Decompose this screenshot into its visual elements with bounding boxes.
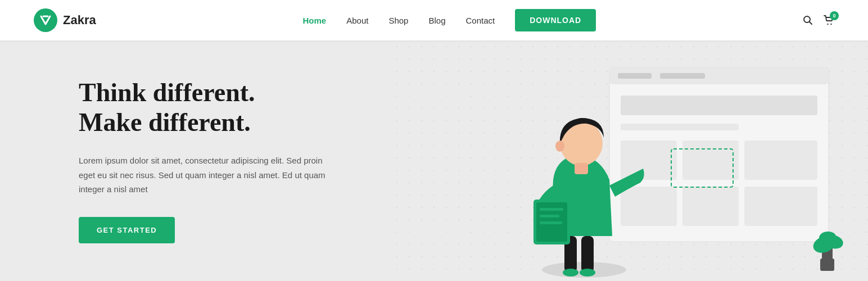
header-icons: 0 [803,15,834,26]
nav-contact[interactable]: Contact [465,16,495,25]
svg-rect-15 [744,187,817,226]
svg-rect-14 [682,187,739,226]
hero-description: Lorem ipsum dolor sit amet, consectetur … [79,153,326,197]
cart-badge: 0 [830,11,839,20]
search-icon [803,15,813,25]
svg-rect-29 [540,221,562,224]
svg-point-21 [580,269,595,277]
svg-point-23 [555,140,564,152]
search-button[interactable] [803,15,813,25]
svg-rect-13 [621,187,677,226]
logo-text: Zakra [63,13,96,28]
nav-shop[interactable]: Shop [388,16,408,25]
svg-point-2 [827,24,828,25]
svg-rect-8 [621,96,817,115]
svg-rect-24 [575,163,588,174]
svg-rect-9 [621,124,739,130]
main-nav: Home About Shop Blog Contact DOWNLOAD [303,9,596,31]
svg-rect-28 [540,215,559,217]
svg-point-3 [830,24,831,25]
nav-blog[interactable]: Blog [428,16,445,25]
svg-rect-6 [618,73,652,79]
logo-icon [34,8,57,32]
svg-rect-7 [660,73,705,79]
get-started-button[interactable]: GET STARTED [79,217,175,243]
svg-rect-27 [540,208,563,211]
svg-rect-30 [820,259,834,271]
hero-illustration [474,40,868,281]
logo[interactable]: Zakra [34,8,96,32]
download-button[interactable]: DOWNLOAD [515,9,596,31]
svg-rect-19 [581,236,594,273]
hero-svg [480,45,862,281]
nav-home[interactable]: Home [303,16,327,25]
cart-button[interactable]: 0 [823,15,834,26]
svg-point-20 [563,269,578,277]
hero-content: Think different. Make different. Lorem i… [34,78,326,243]
svg-rect-10 [621,140,677,180]
nav-about[interactable]: About [346,16,368,25]
svg-rect-12 [744,140,817,180]
hero-section: Think different. Make different. Lorem i… [0,40,868,281]
header: Zakra Home About Shop Blog Contact DOWNL… [0,0,868,40]
svg-rect-11 [682,140,739,180]
hero-title: Think different. Make different. [79,78,326,138]
svg-line-1 [809,22,812,25]
